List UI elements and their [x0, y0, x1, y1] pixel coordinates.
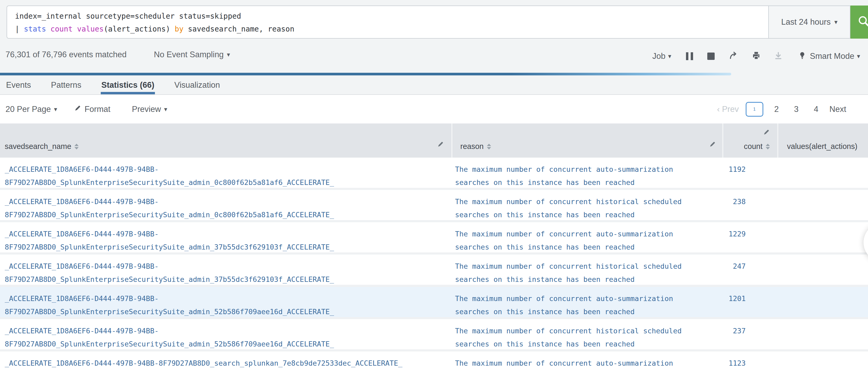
splunk-search-page: index=_internal sourcetype=scheduler sta…: [0, 0, 868, 373]
cell-values: [755, 190, 868, 220]
cell-count[interactable]: 1192: [710, 158, 755, 188]
pagination-page-2[interactable]: 2: [770, 101, 783, 118]
sort-count[interactable]: count: [744, 142, 770, 151]
cell-savedsearch-name[interactable]: _ACCELERATE_1D8A6EF6-D444-497B-94BB-8F79…: [0, 319, 437, 349]
lightbulb-icon: [798, 51, 807, 61]
search-button[interactable]: [850, 5, 868, 39]
cell-count[interactable]: 237: [710, 319, 755, 349]
sort-icon: [487, 144, 491, 149]
query-line-1: index=_internal sourcetype=scheduler sta…: [15, 10, 768, 23]
sort-icon: [766, 144, 770, 149]
sort-icon: [74, 144, 79, 149]
time-range-picker[interactable]: Last 24 hours ▾: [768, 5, 850, 39]
pause-icon: [686, 52, 688, 60]
pagination-next[interactable]: Next: [829, 105, 846, 114]
cell-savedsearch-name[interactable]: _ACCELERATE_1D8A6EF6-D444-497B-94BB-8F79…: [0, 222, 437, 252]
job-menu-label: Job: [652, 52, 665, 61]
table-header: savedsearch_name reason: [0, 124, 868, 158]
smart-mode-button[interactable]: [798, 51, 807, 61]
tab-events[interactable]: Events: [5, 76, 32, 94]
cell-savedsearch-name[interactable]: _ACCELERATE_1D8A6EF6-D444-497B-94BB-8F79…: [0, 190, 437, 220]
job-status-row: 76,301 of 76,796 events matched No Event…: [0, 39, 868, 73]
pagination-prev[interactable]: ‹ Prev: [717, 105, 739, 114]
search-bar: index=_internal sourcetype=scheduler sta…: [7, 5, 868, 39]
table-row-highlighted: _ACCELERATE_1D8A6EF6-D444-497B-94BB-8F79…: [0, 287, 868, 319]
cell-savedsearch-name[interactable]: _ACCELERATE_1D8A6EF6-D444-497B-94BB-8F79…: [0, 287, 437, 317]
edit-column-icon[interactable]: [437, 141, 444, 150]
cell-savedsearch-name[interactable]: _ACCELERATE_1D8A6EF6-D444-497B-94BB-8F79…: [0, 255, 437, 285]
tab-statistics[interactable]: Statistics (66): [101, 76, 155, 94]
cell-count[interactable]: 1123: [710, 351, 755, 373]
cell-values: [755, 255, 868, 285]
cell-count[interactable]: 1201: [710, 287, 755, 317]
edit-column-icon[interactable]: [763, 129, 770, 138]
pagination-page-1[interactable]: 1: [746, 102, 763, 116]
share-button[interactable]: [729, 51, 738, 62]
download-icon: [774, 51, 783, 62]
table-row: _ACCELERATE_1D8A6EF6-D444-497B-94BB-8F79…: [0, 255, 868, 287]
table-row: _ACCELERATE_1D8A6EF6-D444-497B-94BB-8F79…: [0, 351, 868, 373]
cell-reason[interactable]: The maximum number of concurrent auto-su…: [447, 351, 694, 373]
chevron-down-icon: ▾: [834, 19, 837, 25]
table-row: _ACCELERATE_1D8A6EF6-D444-497B-94BB-8F79…: [0, 158, 868, 190]
preview-dropdown[interactable]: Preview ▾: [132, 105, 167, 114]
cell-reason[interactable]: The maximum number of concurrent histori…: [447, 190, 694, 220]
pagination-page-4[interactable]: 4: [810, 101, 823, 118]
per-page-label: 20 Per Page: [5, 105, 51, 114]
time-range-label: Last 24 hours: [781, 17, 831, 27]
cell-reason[interactable]: The maximum number of concurrent auto-su…: [447, 158, 694, 188]
cell-savedsearch-name[interactable]: _ACCELERATE_1D8A6EF6-D444-497B-94BB-8F79…: [0, 351, 437, 373]
cell-reason[interactable]: The maximum number of concurrent auto-su…: [447, 287, 694, 317]
tab-visualization[interactable]: Visualization: [174, 76, 220, 94]
cell-savedsearch-name[interactable]: _ACCELERATE_1D8A6EF6-D444-497B-94BB-8F79…: [0, 158, 437, 188]
stop-icon: [707, 53, 715, 60]
cell-count[interactable]: 238: [710, 190, 755, 220]
cell-reason[interactable]: The maximum number of concurrent histori…: [447, 255, 694, 285]
table-row: _ACCELERATE_1D8A6EF6-D444-497B-94BB-8F79…: [0, 190, 868, 222]
cell-reason[interactable]: The maximum number of concurrent auto-su…: [447, 222, 694, 252]
column-header-reason: reason: [453, 124, 722, 158]
cell-count[interactable]: 247: [710, 255, 755, 285]
job-controls: Job ▾: [652, 39, 860, 73]
cell-count[interactable]: 1229: [710, 222, 755, 252]
edit-column-icon[interactable]: [709, 141, 716, 150]
pagination-page-3[interactable]: 3: [790, 101, 803, 118]
event-sampling-dropdown[interactable]: No Event Sampling ▾: [154, 50, 230, 59]
smart-mode-dropdown[interactable]: Smart Mode ▾: [810, 52, 860, 61]
brush-icon: [74, 105, 81, 114]
export-button[interactable]: [774, 51, 783, 62]
print-button[interactable]: [751, 51, 761, 62]
cell-values: [755, 158, 868, 188]
pagination: ‹ Prev 1 2 3 4 Next: [717, 95, 846, 124]
table-row: _ACCELERATE_1D8A6EF6-D444-497B-94BB-8F79…: [0, 319, 868, 351]
format-button[interactable]: Format: [74, 105, 110, 114]
per-page-dropdown[interactable]: 20 Per Page ▾: [5, 105, 57, 114]
results-tabs: Events Patterns Statistics (66) Visualiz…: [5, 76, 220, 94]
tab-patterns[interactable]: Patterns: [51, 76, 82, 94]
job-menu-button[interactable]: Job ▾: [652, 52, 671, 61]
statistics-table: savedsearch_name reason: [0, 124, 868, 373]
search-query-input[interactable]: index=_internal sourcetype=scheduler sta…: [7, 5, 768, 39]
share-icon: [729, 51, 738, 62]
stop-button[interactable]: [707, 53, 715, 60]
print-icon: [751, 51, 761, 62]
sort-savedsearch-name[interactable]: savedsearch_name: [5, 142, 79, 151]
smart-mode-label: Smart Mode: [810, 52, 854, 61]
cell-reason[interactable]: The maximum number of concurrent histori…: [447, 319, 694, 349]
chevron-down-icon: ▾: [857, 53, 860, 59]
events-matched-count: 76,301 of 76,796 events matched: [5, 50, 126, 59]
search-icon: [857, 15, 868, 29]
table-body: _ACCELERATE_1D8A6EF6-D444-497B-94BB-8F79…: [0, 158, 868, 373]
chevron-down-icon: ▾: [668, 53, 671, 59]
cell-values: [755, 222, 868, 252]
pause-button[interactable]: [686, 52, 693, 60]
column-header-savedsearch-name: savedsearch_name: [0, 124, 452, 158]
preview-label: Preview: [132, 105, 161, 114]
cell-values: [755, 351, 868, 373]
cell-values: [755, 287, 868, 317]
event-sampling-label: No Event Sampling: [154, 50, 224, 59]
table-row: _ACCELERATE_1D8A6EF6-D444-497B-94BB-8F79…: [0, 222, 868, 255]
sort-reason[interactable]: reason: [460, 142, 491, 151]
job-progress-bar: [0, 73, 731, 75]
column-header-values-alert-actions: values(alert_actions): [778, 124, 868, 158]
